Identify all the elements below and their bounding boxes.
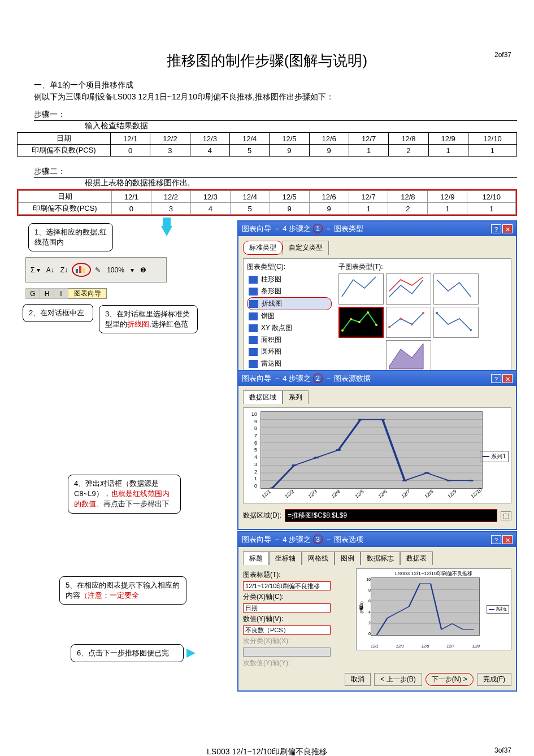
type-donut[interactable]: 圆环图 (247, 346, 332, 358)
svg-rect-25 (314, 457, 319, 459)
subtype-cell[interactable] (386, 273, 431, 305)
close-button[interactable]: ✕ (502, 374, 513, 383)
donut-icon (249, 348, 258, 356)
chart-title-label: 图表标题(T): (243, 570, 281, 580)
svg-rect-32 (469, 480, 474, 481)
wiz3-title-b: － 图表选项 (325, 535, 364, 544)
cell: 12/10 (467, 191, 516, 203)
type-radar[interactable]: 雷达图 (247, 358, 332, 370)
close-button[interactable]: ✕ (502, 535, 513, 544)
cell: 1 (349, 145, 388, 157)
intro-line2: 例以下为三课印刷设备LS003 12月1日~12月10印刷偏不良推移,推移图作出… (34, 91, 517, 103)
help-button[interactable]: ? (491, 535, 501, 544)
range-picker-icon[interactable]: ⬚ (501, 511, 511, 520)
back-button[interactable]: < 上一步(B) (374, 673, 422, 686)
x-axis-input[interactable] (243, 603, 331, 612)
tab-standard[interactable]: 标准类型 (243, 241, 283, 255)
finish-button[interactable]: 完成(F) (477, 673, 511, 686)
cell: 1 (349, 203, 388, 215)
close-button[interactable]: ✕ (502, 224, 513, 233)
svg-rect-28 (380, 419, 385, 420)
zoom-value[interactable]: 100% (105, 264, 127, 276)
chart-wizard-step2: 图表向导 － 4 步骤之 2 － 图表源数据 ? ✕ 数据区域 系列 10987… (237, 370, 517, 530)
type-line[interactable]: 折线图 (247, 297, 332, 310)
tab-data-range[interactable]: 数据区域 (243, 390, 283, 404)
svg-point-13 (470, 329, 472, 331)
subtype-cell[interactable] (433, 273, 479, 305)
tab-custom[interactable]: 自定义类型 (283, 241, 329, 255)
cell: 12/2 (151, 191, 190, 203)
y2-axis-label: 次数值(Y)轴(Y): (243, 658, 290, 668)
tab-legend[interactable]: 图例 (335, 551, 361, 565)
row-value-label: 印刷偏不良数(PCS) (18, 145, 111, 157)
callout-1: 1、选择相应的数据,红线范围内 (28, 223, 113, 251)
help-icon[interactable]: ❷ (138, 264, 149, 276)
svg-point-9 (400, 318, 402, 320)
tooltip-chart-wizard: 图表向导 (68, 289, 107, 299)
svg-point-8 (388, 326, 390, 328)
type-scatter[interactable]: XY 散点图 (247, 322, 332, 334)
wiz3-step-num: 3 (313, 535, 323, 544)
range-input[interactable]: =推移图!$C$8:$L$9 (285, 509, 497, 522)
page-number-bottom: 3of37 (494, 746, 511, 754)
svg-point-10 (411, 323, 413, 325)
tab-datalabel[interactable]: 数据标志 (361, 551, 400, 565)
subtype-cell[interactable] (386, 340, 431, 371)
tab-axes[interactable]: 坐标轴 (269, 551, 302, 565)
svg-rect-27 (358, 419, 363, 420)
type-hbar[interactable]: 条形图 (247, 285, 332, 297)
cell: 12/2 (150, 133, 190, 145)
help-button[interactable]: ? (491, 224, 501, 233)
wiz2-title-b: － 图表源数据 (325, 374, 371, 383)
subtype-cell[interactable] (386, 307, 431, 338)
chart-title-input[interactable] (243, 581, 331, 590)
cell: 4 (190, 145, 229, 157)
autosum-icon[interactable]: Σ ▾ (28, 264, 42, 276)
cell: 12/4 (229, 133, 269, 145)
help-button[interactable]: ? (491, 374, 501, 383)
next-button[interactable]: 下一步(N) > (426, 673, 474, 686)
arrow-down-icon (161, 226, 172, 236)
wiz2-preview-chart: 109876543210 12/112/212/312/412/512/612/… (243, 407, 511, 503)
type-area[interactable]: 面积图 (247, 334, 332, 346)
selected-data-range: 日期 12/1 12/2 12/3 12/4 12/5 12/6 12/7 12… (17, 189, 517, 216)
type-pie[interactable]: 饼图 (247, 310, 332, 322)
subtype-cell[interactable] (338, 273, 384, 305)
dropdown-icon[interactable]: ▾ (128, 264, 136, 276)
type-bar[interactable]: 柱形图 (247, 273, 332, 285)
sort-asc-icon[interactable]: A↓ (44, 264, 57, 276)
subtype-grid (338, 273, 479, 371)
callout-3: 3、在对话框里选择标准类型里的折线图,选择红色范 (99, 305, 198, 333)
tab-series[interactable]: 系列 (283, 390, 309, 404)
wiz1-title-a: 图表向导 － 4 步骤之 (242, 224, 311, 233)
chart-wizard-icon[interactable] (72, 263, 91, 277)
tab-title[interactable]: 标题 (243, 551, 269, 565)
bar-icon (249, 276, 258, 284)
cell: 12/3 (190, 133, 229, 145)
data-table-1: 日期 12/1 12/2 12/3 12/4 12/5 12/6 12/7 12… (17, 132, 517, 157)
callout-3-red: 折线图 (127, 320, 149, 328)
cell: 3 (151, 203, 190, 215)
wiz1-step-num: 1 (313, 224, 323, 233)
wiz1-title-b: － 图表类型 (325, 224, 364, 233)
cell: 2 (388, 203, 428, 215)
cell: 12/8 (389, 133, 428, 145)
subtype-cell-selected[interactable] (338, 307, 384, 338)
cell: 9 (270, 145, 309, 157)
cell: 12/4 (230, 191, 270, 203)
cell: 12/9 (428, 191, 467, 203)
col-header: G (26, 289, 40, 299)
cell: 0 (112, 203, 151, 215)
col-header: H (40, 289, 54, 299)
callout-4-c: 再点击下一步得出下 (103, 499, 170, 508)
tab-grid[interactable]: 网格线 (302, 551, 335, 565)
step2-header: 步骤二： (34, 167, 517, 178)
drawing-icon[interactable]: ✎ (93, 264, 103, 276)
radar-icon (249, 360, 258, 368)
cancel-button[interactable]: 取消 (345, 673, 371, 686)
tab-datatable[interactable]: 数据表 (400, 551, 433, 565)
sort-desc-icon[interactable]: Z↓ (58, 264, 70, 276)
y-axis-input[interactable] (243, 625, 331, 635)
cell: 0 (111, 145, 150, 157)
subtype-cell[interactable] (433, 307, 479, 338)
